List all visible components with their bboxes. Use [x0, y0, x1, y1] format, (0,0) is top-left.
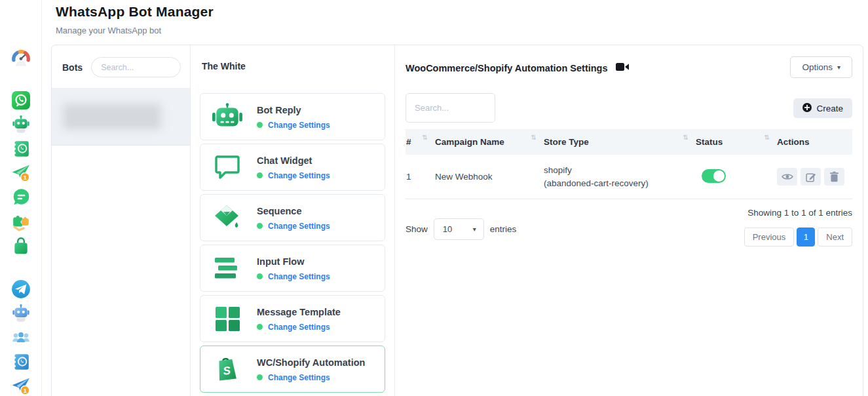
caret-down-icon: ▾ — [473, 226, 476, 233]
bots-heading: Bots — [62, 62, 83, 73]
whatsapp-shop-icon[interactable] — [11, 236, 31, 256]
feature-card-input-flow[interactable]: Input Flow Change Settings — [200, 245, 385, 292]
change-settings-link[interactable]: Change Settings — [268, 222, 330, 231]
edit-button[interactable] — [801, 168, 821, 186]
whatsapp-chat-icon[interactable] — [11, 188, 31, 207]
bots-search-input[interactable] — [91, 57, 181, 77]
sort-icon[interactable]: ⇅ — [764, 134, 770, 141]
features-list: Bot Reply Change Settings Chat Widget Ch… — [200, 93, 385, 393]
caret-down-icon: ▾ — [837, 64, 840, 71]
sort-icon[interactable]: ⇅ — [683, 134, 689, 141]
feature-title: WC/Shopify Automation — [257, 357, 365, 368]
bot-reply-icon — [208, 103, 246, 130]
whatsapp-bot-icon[interactable] — [11, 115, 31, 134]
column-header-status[interactable]: Status⇅ — [695, 129, 776, 155]
show-label: Show — [406, 224, 428, 234]
bots-panel-header: Bots — [52, 45, 190, 89]
whatsapp-integrations-icon[interactable] — [11, 212, 31, 231]
features-heading: The White — [200, 61, 385, 71]
feature-title: Input Flow — [257, 256, 304, 267]
video-tutorial-icon[interactable] — [616, 62, 629, 73]
feature-card-message-template[interactable]: Message Template Change Settings — [200, 295, 385, 342]
change-settings-link[interactable]: Change Settings — [268, 272, 330, 281]
redacted-bot-name — [63, 104, 161, 130]
bots-panel: Bots — [52, 45, 191, 396]
cell-actions — [776, 155, 852, 199]
feature-title: Sequence — [257, 206, 302, 216]
telegram-broadcast-icon[interactable]: 1 — [11, 376, 31, 396]
feature-title: Chat Widget — [257, 155, 312, 166]
panel-heading: WooCommerce/Shopify Automation Settings — [406, 63, 608, 73]
change-settings-link[interactable]: Change Settings — [268, 323, 330, 332]
table-search-input[interactable] — [406, 93, 495, 123]
whatsapp-contacts-icon[interactable] — [11, 139, 31, 159]
sequence-icon — [208, 204, 246, 231]
feature-title: Bot Reply — [257, 105, 301, 115]
previous-page-button[interactable]: Previous — [744, 228, 795, 247]
page-1-button[interactable]: 1 — [797, 228, 815, 247]
column-header-store-type[interactable]: Store Type⇅ — [543, 129, 695, 155]
chat-widget-icon — [208, 154, 246, 180]
page-subtitle: Manage your WhatsApp bot — [56, 26, 214, 35]
sort-icon[interactable]: ⇅ — [423, 134, 428, 141]
campaigns-table: #⇅ Campaign Name⇅ Store Type⇅ Status⇅ Ac… — [406, 129, 852, 199]
telegram-bot-icon[interactable] — [11, 304, 31, 323]
feature-card-bot-reply[interactable]: Bot Reply Change Settings — [200, 93, 385, 140]
app-icon-rail: 1 1 — [0, 0, 42, 396]
feature-card-wc-shopify-automation[interactable]: S WC/Shopify Automation Change Settings — [200, 346, 385, 393]
dashboard-gauge-icon[interactable] — [11, 49, 31, 68]
status-toggle[interactable] — [702, 169, 726, 183]
svg-text:1: 1 — [23, 387, 26, 394]
table-toolbar: Create — [406, 93, 852, 123]
feature-card-chat-widget[interactable]: Chat Widget Change Settings — [200, 144, 385, 191]
column-header-actions: Actions — [776, 129, 852, 155]
telegram-icon[interactable] — [11, 279, 31, 299]
whatsapp-broadcast-icon[interactable]: 1 — [11, 163, 31, 183]
features-panel: The White Bot Reply Change Settings — [191, 45, 395, 396]
edit-icon — [806, 172, 816, 182]
eye-icon — [782, 172, 793, 181]
table-info-text: Showing 1 to 1 of 1 entries — [747, 208, 852, 218]
status-dot — [257, 122, 263, 128]
plus-circle-icon — [802, 103, 812, 114]
change-settings-link[interactable]: Change Settings — [268, 171, 330, 180]
sort-icon[interactable]: ⇅ — [531, 134, 537, 141]
options-button[interactable]: Options ▾ — [790, 56, 852, 78]
input-flow-icon — [208, 257, 246, 279]
bot-manager-card: Bots The White Bot Reply Change Settings — [51, 45, 863, 396]
whatsapp-icon[interactable] — [11, 90, 31, 110]
table-header-row: #⇅ Campaign Name⇅ Store Type⇅ Status⇅ Ac… — [406, 129, 852, 155]
shopify-icon: S — [208, 355, 246, 384]
svg-text:1: 1 — [23, 174, 26, 181]
next-page-button[interactable]: Next — [818, 228, 852, 247]
status-dot — [257, 172, 263, 178]
automation-settings-panel: WooCommerce/Shopify Automation Settings … — [395, 45, 863, 396]
page-length-select[interactable]: 10 ▾ — [434, 218, 484, 240]
pagination: Previous 1 Next — [744, 228, 852, 247]
delete-button[interactable] — [824, 168, 844, 186]
page-header: WhatsApp Bot Manager Manage your WhatsAp… — [56, 4, 214, 35]
message-template-icon — [208, 306, 246, 332]
create-button[interactable]: Create — [793, 98, 852, 118]
trash-icon — [829, 171, 839, 182]
entries-label: entries — [490, 224, 517, 234]
table-footer: Show 10 ▾ entries Showing 1 to 1 of 1 en… — [406, 207, 852, 247]
status-dot — [257, 324, 263, 330]
feature-title: Message Template — [257, 307, 341, 317]
status-dot — [257, 273, 263, 279]
status-dot — [257, 374, 263, 380]
change-settings-link[interactable]: Change Settings — [268, 373, 330, 382]
cell-store-type: shopify (abandoned-cart-recovery) — [543, 155, 695, 199]
feature-card-sequence[interactable]: Sequence Change Settings — [200, 194, 385, 241]
telegram-contacts-icon[interactable] — [11, 352, 31, 372]
change-settings-link[interactable]: Change Settings — [268, 121, 330, 130]
telegram-groups-icon[interactable] — [11, 328, 31, 347]
cell-campaign-name: New Webhook — [434, 155, 543, 199]
panel-header: WooCommerce/Shopify Automation Settings … — [406, 56, 852, 78]
bot-list-item-selected[interactable] — [52, 89, 190, 146]
status-dot — [257, 223, 263, 229]
page-title: WhatsApp Bot Manager — [56, 4, 214, 20]
view-button[interactable] — [777, 168, 797, 186]
column-header-campaign-name[interactable]: Campaign Name⇅ — [434, 129, 543, 155]
column-header-index[interactable]: #⇅ — [406, 129, 434, 155]
